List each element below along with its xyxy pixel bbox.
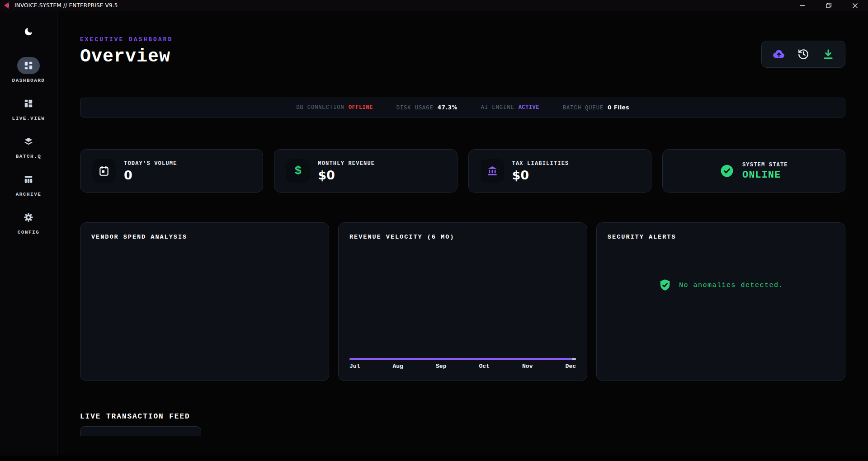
download-button[interactable] [821,47,836,62]
header-action-group [761,41,845,68]
breadcrumb-eyebrow: EXECUTIVE DASHBOARD [80,36,173,43]
status-db-connection: DB CONNECTION OFFLINE [296,104,373,111]
restore-button[interactable] [816,0,842,11]
security-alerts-panel: SECURITY ALERTS No anomalies detected. [596,222,845,381]
sidebar-item-label: BATCH.Q [16,154,42,159]
card-tax-liabilities: TAX LIABILITIES $0 [468,149,651,193]
close-button[interactable] [842,0,868,11]
sidebar: DASHBOARD LIVE.VIEW BA [0,11,57,456]
sidebar-item-batch-q[interactable]: BATCH.Q [16,133,42,159]
feed-section-title: LIVE TRANSACTION FEED [80,413,845,421]
check-circle-icon [720,164,734,178]
chart-last-point [572,358,576,360]
axis-tick: Dec [566,363,576,370]
layout-panels-icon [17,95,40,112]
revenue-velocity-panel: REVENUE VELOCITY (6 MO) Jul Aug Sep Oct … [338,222,587,381]
shield-check-icon [658,278,672,292]
history-icon [797,48,809,60]
status-value-disk: 47.3% [438,104,458,111]
download-icon [822,48,834,60]
status-value-queue: 0 Files [608,104,629,111]
status-ai-engine: AI ENGINE ACTIVE [481,104,539,111]
calendar-icon [92,159,116,183]
status-value-offline: OFFLINE [349,104,373,111]
layers-icon [17,133,40,150]
app-window: INVOICE.SYSTEM // ENTERPRISE V9.5 [0,0,868,456]
sidebar-item-dashboard[interactable]: DASHBOARD [12,57,45,83]
sidebar-item-label: DASHBOARD [12,78,45,83]
main-content: EXECUTIVE DASHBOARD Overview [57,11,868,456]
app-logo-icon [3,1,11,9]
card-todays-volume: TODAY'S VOLUME 0 [80,149,263,193]
vendor-spend-panel: VENDOR SPEND ANALYSIS [80,222,329,381]
axis-tick: Oct [479,363,490,370]
axis-tick: Sep [436,363,446,370]
layout-dashboard-icon [17,57,40,74]
axis-tick: Aug [393,363,403,370]
sidebar-item-live-view[interactable]: LIVE.VIEW [12,95,45,121]
dollar-icon: $ [286,159,310,183]
sidebar-item-config[interactable]: CONFIG [17,209,40,235]
axis-tick: Jul [349,363,360,370]
system-state-value: ONLINE [742,170,788,180]
moon-icon [24,27,33,37]
minimize-button[interactable] [789,0,816,11]
sidebar-item-archive[interactable]: ARCHIVE [16,171,42,197]
feed-panel-clipped [80,426,201,436]
gear-icon [17,209,40,226]
todays-volume-value: 0 [124,169,177,181]
chart-line-series [349,358,576,360]
status-batch-queue: BATCH QUEUE 0 Files [563,104,629,111]
status-disk-usage: DISK USAGE 47.3% [396,104,458,111]
axis-tick: Nov [522,363,533,370]
panel-row: VENDOR SPEND ANALYSIS REVENUE VELOCITY (… [80,222,845,381]
page-title: Overview [80,47,173,67]
security-status-row: No anomalies detected. [608,278,834,292]
cloud-upload-button[interactable] [771,47,787,62]
history-button[interactable] [796,47,811,62]
theme-toggle-button[interactable] [19,23,38,41]
bank-icon [481,159,504,183]
sidebar-item-label: LIVE.VIEW [12,116,45,121]
sidebar-item-label: ARCHIVE [16,192,42,197]
system-status-bar: DB CONNECTION OFFLINE DISK USAGE 47.3% A… [80,98,845,118]
window-title: INVOICE.SYSTEM // ENTERPRISE V9.5 [14,2,118,9]
card-monthly-revenue: $ MONTHLY REVENUE $0 [274,149,457,193]
status-value-active: ACTIVE [519,104,539,111]
tax-liabilities-value: $0 [512,169,569,181]
chart-x-axis: Jul Aug Sep Oct Nov Dec [349,363,576,370]
cloud-upload-icon [772,47,786,61]
card-system-state: SYSTEM STATE ONLINE [662,149,845,193]
monthly-revenue-value: $0 [318,169,375,181]
title-bar: INVOICE.SYSTEM // ENTERPRISE V9.5 [0,0,868,11]
revenue-chart: Jul Aug Sep Oct Nov Dec [349,240,576,370]
sidebar-item-label: CONFIG [18,230,40,235]
stat-card-row: TODAY'S VOLUME 0 $ MONTHLY REVENUE $0 [80,149,845,193]
page-header: EXECUTIVE DASHBOARD Overview [80,36,845,68]
columns-table-icon [17,171,40,188]
security-status-message: No anomalies detected. [679,282,783,289]
